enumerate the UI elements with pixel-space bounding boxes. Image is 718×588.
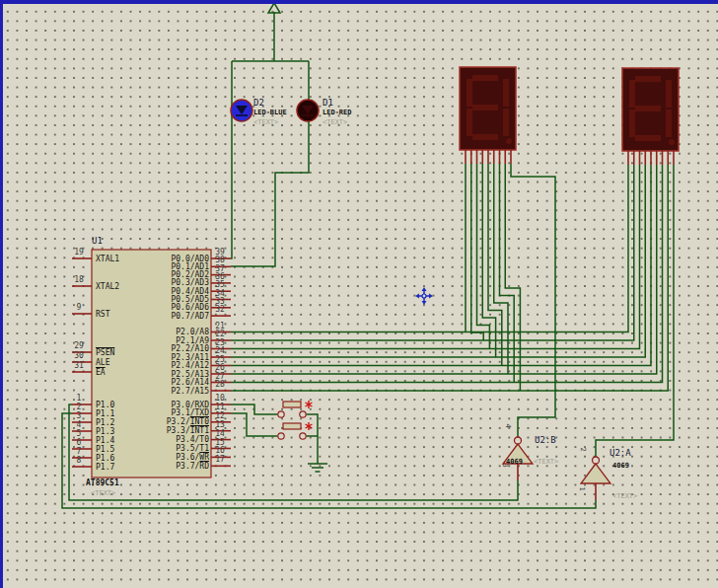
led-d1-wire — [231, 61, 309, 266]
push-button[interactable] — [283, 423, 301, 429]
push-button[interactable] — [283, 402, 301, 407]
button-terminal — [278, 433, 284, 439]
inverter-u2b[interactable] — [503, 444, 533, 464]
move-cursor-icon — [429, 294, 433, 299]
button-terminal — [278, 411, 284, 417]
led-d2-wire — [231, 61, 232, 258]
display-segment — [472, 105, 498, 110]
button-ground-wire — [307, 414, 319, 464]
schematic-canvas: U1 AT89C51 <TEXT> D2 LED-BLUE <TEXT> D1 … — [0, 0, 718, 588]
p2-bus-wire — [231, 165, 657, 374]
inverter-u2a[interactable] — [581, 464, 610, 483]
display1-common-wire — [511, 164, 555, 437]
display-segment — [467, 109, 472, 136]
p2-bus-wire — [231, 165, 645, 357]
button-terminal — [300, 411, 306, 417]
inverter-bubble — [515, 437, 522, 444]
display-segment — [629, 80, 635, 108]
display-segment — [503, 79, 509, 107]
display-segment — [503, 109, 509, 136]
display-segment — [635, 76, 661, 82]
display-segment — [467, 79, 472, 107]
move-cursor-icon — [422, 287, 427, 291]
inverter-bubble — [593, 457, 600, 464]
move-cursor-icon — [415, 294, 419, 299]
p2-bus-wire — [231, 165, 628, 332]
display-segment — [666, 80, 672, 108]
p2-bus-wire — [231, 165, 651, 366]
display-segment — [635, 106, 661, 111]
button2-wire — [231, 413, 278, 436]
move-cursor-icon — [422, 294, 426, 298]
display-dp — [669, 139, 675, 145]
sheet-border-left — [0, 0, 3, 588]
wire-layer — [0, 0, 718, 588]
button-terminal — [300, 433, 306, 439]
display-dp — [506, 138, 512, 144]
chip-body[interactable] — [92, 250, 211, 478]
p2-bus-wire — [231, 165, 634, 340]
display-segment — [472, 134, 498, 140]
display-segment — [629, 110, 635, 137]
display-segment — [635, 135, 661, 141]
power-symbol — [268, 3, 280, 13]
p2-bus-wire — [231, 165, 663, 383]
display-segment — [666, 110, 672, 137]
sheet-border-top — [0, 0, 718, 4]
p2-bus-wire — [231, 165, 640, 349]
display-segment — [472, 75, 498, 81]
move-cursor-icon — [422, 301, 427, 305]
